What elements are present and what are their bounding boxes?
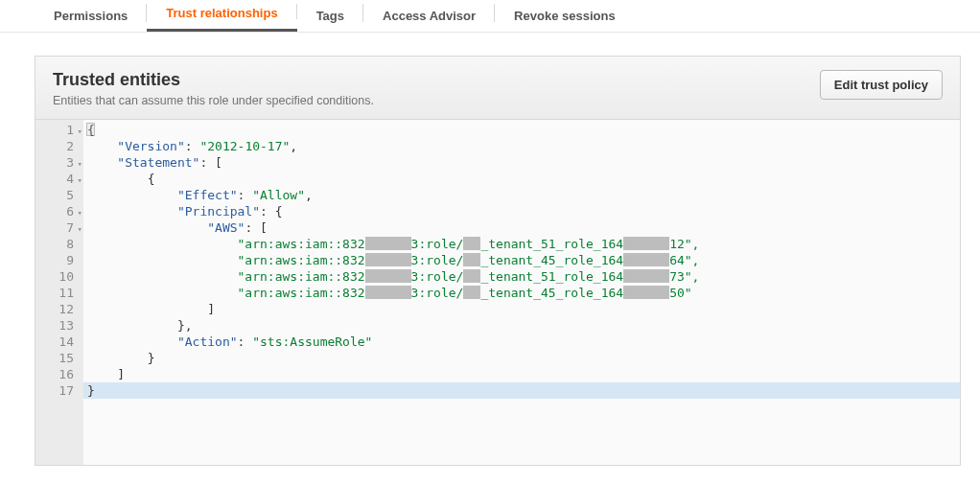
role-tabs: Permissions Trust relationships Tags Acc…: [0, 0, 980, 33]
tab-trust-relationships[interactable]: Trust relationships: [147, 0, 296, 32]
tab-label: Revoke sessions: [514, 9, 616, 23]
redacted-mask: [463, 286, 480, 299]
tab-label: Trust relationships: [166, 6, 277, 20]
tab-tags[interactable]: Tags: [297, 0, 363, 32]
panel-subtitle: Entities that can assume this role under…: [53, 94, 374, 107]
trusted-entities-panel: Trusted entities Entities that can assum…: [35, 56, 961, 466]
tab-revoke-sessions[interactable]: Revoke sessions: [495, 0, 635, 32]
tab-access-advisor[interactable]: Access Advisor: [363, 0, 495, 32]
redacted-mask: [623, 253, 669, 266]
tab-label: Permissions: [54, 9, 128, 23]
redacted-mask: [365, 237, 411, 250]
panel-header: Trusted entities Entities that can assum…: [35, 57, 960, 120]
edit-trust-policy-button[interactable]: Edit trust policy: [820, 70, 943, 100]
redacted-mask: [463, 253, 480, 266]
policy-json-editor[interactable]: 1▾ 2 3▾ 4▾ 5 6▾ 7▾ 8 9 10 11 12 13 14 15…: [35, 120, 960, 465]
tab-label: Access Advisor: [383, 9, 476, 23]
redacted-mask: [463, 269, 480, 283]
panel-title: Trusted entities: [53, 70, 374, 90]
cursor-marker: [86, 123, 95, 136]
redacted-mask: [365, 253, 411, 266]
redacted-mask: [623, 237, 669, 250]
code-area[interactable]: { "Version": "2012-10-17", "Statement": …: [83, 120, 960, 465]
tab-permissions[interactable]: Permissions: [35, 0, 147, 32]
redacted-mask: [623, 286, 669, 299]
line-number-gutter: 1▾ 2 3▾ 4▾ 5 6▾ 7▾ 8 9 10 11 12 13 14 15…: [35, 120, 83, 465]
redacted-mask: [463, 237, 480, 250]
redacted-mask: [623, 269, 669, 283]
tab-label: Tags: [316, 9, 344, 23]
redacted-mask: [365, 269, 411, 283]
redacted-mask: [365, 286, 411, 299]
